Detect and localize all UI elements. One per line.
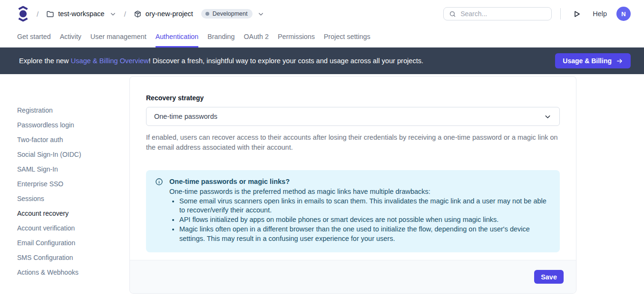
workspace-name: test-workspace <box>58 10 105 18</box>
sidebar-item[interactable]: Social Sign-In (OIDC) <box>17 147 129 162</box>
banner-text-prefix: Explore the new <box>19 57 71 65</box>
environment-badge: Development <box>201 9 253 19</box>
info-box-bullet: Magic links often open in a different br… <box>179 225 549 244</box>
search-input[interactable] <box>460 10 546 18</box>
nav-tab[interactable]: OAuth 2 <box>244 28 268 48</box>
sidebar-item[interactable]: Sessions <box>17 191 129 206</box>
nav-tab[interactable]: Branding <box>207 28 234 48</box>
package-icon <box>134 10 142 18</box>
project-nav-tabs: Get startedActivityUser managementAuthen… <box>0 28 644 48</box>
info-box: One-time passwords or magic links? One-t… <box>146 170 560 252</box>
info-box-intro: One-time passwords is the preferred meth… <box>169 187 549 197</box>
header-divider <box>560 8 561 19</box>
info-box-title: One-time passwords or magic links? <box>169 177 549 187</box>
card-footer: Save <box>130 260 576 293</box>
folder-icon <box>46 10 54 18</box>
sidebar-item[interactable]: Two-factor auth <box>17 132 129 147</box>
banner-text-suffix: ! Discover a fresh, insightful way to ex… <box>149 57 424 65</box>
arrow-right-icon <box>616 57 623 65</box>
top-bar: / test-workspace / ory-new-project Devel… <box>0 0 644 28</box>
usage-billing-button-label: Usage & Billing <box>563 57 612 65</box>
workspace-switcher[interactable]: test-workspace <box>46 10 117 18</box>
sidebar-item[interactable]: Account recovery <box>17 206 129 220</box>
info-box-bullet: API flows initialized by apps on mobile … <box>179 215 549 225</box>
recovery-strategy-label: Recovery strategy <box>146 94 560 102</box>
sidebar-item[interactable]: Account verification <box>17 220 129 235</box>
breadcrumb-separator: / <box>124 10 126 18</box>
sidebar-item[interactable]: Enterprise SSO <box>17 176 129 191</box>
sidebar-item[interactable]: SMS Configuration <box>17 250 129 265</box>
usage-billing-overview-link[interactable]: Usage & Billing Overview <box>71 57 149 65</box>
usage-billing-banner: Explore the new Usage & Billing Overview… <box>0 48 644 74</box>
sidebar-item[interactable]: Registration <box>17 103 129 117</box>
search-icon <box>449 10 456 18</box>
info-circle-icon <box>155 177 163 244</box>
selected-option: One-time passwords <box>154 113 217 120</box>
nav-tab[interactable]: Project settings <box>324 28 371 48</box>
account-recovery-card: Recovery strategy One-time passwords If … <box>129 76 576 294</box>
ory-logo-icon[interactable] <box>17 6 29 22</box>
play-icon[interactable] <box>571 9 582 19</box>
search-box[interactable] <box>443 7 552 20</box>
nav-tab[interactable]: User management <box>90 28 146 48</box>
nav-tab[interactable]: Activity <box>60 28 81 48</box>
help-button[interactable]: Help <box>593 10 607 18</box>
project-switcher[interactable]: ory-new-project Development <box>134 9 265 19</box>
environment-label: Development <box>213 10 248 17</box>
sidebar-item[interactable]: Email Configuration <box>17 235 129 250</box>
info-box-bullets: Some email virus scanners open links in … <box>169 197 549 244</box>
recovery-strategy-select[interactable]: One-time passwords <box>146 107 560 126</box>
nav-tab[interactable]: Permissions <box>278 28 315 48</box>
page-content: RegistrationPasswordless loginTwo-factor… <box>0 74 644 294</box>
sidebar-item[interactable]: SAML Sign-In <box>17 162 129 176</box>
user-avatar[interactable]: N <box>616 7 631 21</box>
environment-dot-icon <box>205 12 209 16</box>
sidebar-item[interactable]: Passwordless login <box>17 117 129 132</box>
info-box-content: One-time passwords or magic links? One-t… <box>169 177 549 244</box>
settings-sidebar: RegistrationPasswordless loginTwo-factor… <box>0 76 129 279</box>
nav-tab[interactable]: Authentication <box>156 28 199 48</box>
usage-billing-button[interactable]: Usage & Billing <box>555 53 631 68</box>
chevron-down-icon <box>108 10 117 18</box>
banner-text: Explore the new Usage & Billing Overview… <box>19 57 423 65</box>
nav-tab[interactable]: Get started <box>17 28 51 48</box>
recovery-strategy-description: If enabled, users can recover access to … <box>146 133 560 152</box>
card-body: Recovery strategy One-time passwords If … <box>130 77 576 252</box>
chevron-down-icon <box>256 10 264 18</box>
sidebar-item[interactable]: Actions & Webhooks <box>17 265 129 279</box>
chevron-down-icon <box>544 113 552 121</box>
breadcrumb-separator: / <box>37 10 39 18</box>
save-button[interactable]: Save <box>534 270 564 284</box>
project-name: ory-new-project <box>146 10 193 18</box>
info-box-bullet: Some email virus scanners open links in … <box>179 197 549 216</box>
